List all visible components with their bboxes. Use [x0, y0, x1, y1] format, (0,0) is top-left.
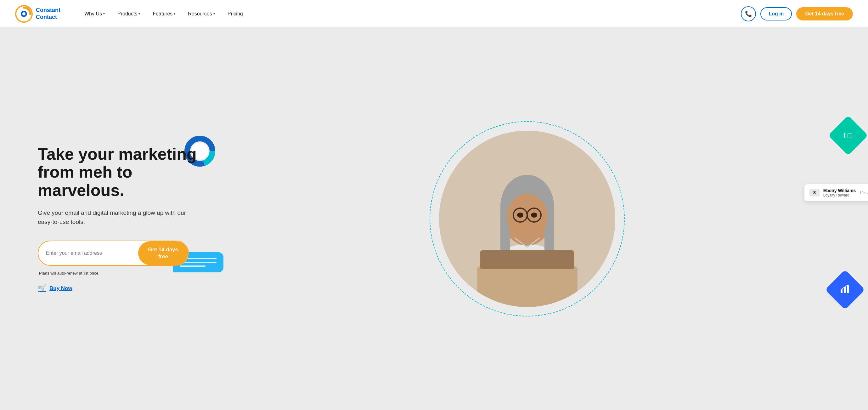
nav-links: Why Us ▾ Products ▾ Features ▾ Resources… — [79, 8, 741, 19]
nav-item-resources[interactable]: Resources ▾ — [183, 8, 220, 19]
social-media-widget: f ◻ — [834, 121, 862, 150]
cart-icon: 🛒 — [38, 284, 46, 293]
logo[interactable]: ConstantContact — [15, 5, 60, 23]
email-icon: ✉ — [809, 189, 819, 197]
social-diamond-shape: f ◻ — [828, 115, 868, 155]
hero-email-form: Get 14 days free — [38, 241, 189, 266]
svg-point-2 — [22, 12, 26, 16]
nav-item-whyus[interactable]: Why Us ▾ — [79, 8, 110, 19]
svg-point-14 — [517, 212, 523, 217]
svg-rect-22 — [844, 287, 846, 293]
logo-text: ConstantContact — [36, 7, 60, 21]
social-icons: f ◻ — [843, 131, 852, 140]
notif-sender-name: Ebony Williams — [823, 188, 856, 193]
email-input[interactable] — [38, 245, 138, 261]
login-button[interactable]: Log in — [761, 7, 792, 21]
svg-rect-21 — [841, 289, 842, 293]
svg-rect-16 — [477, 266, 578, 307]
navbar: ConstantContact Why Us ▾ Products ▾ Feat… — [0, 0, 868, 28]
get-free-trial-nav-button[interactable]: Get 14 days free — [796, 7, 853, 21]
chevron-down-icon: ▾ — [174, 12, 175, 16]
hero-content: Take your marketing from meh to marvelou… — [38, 145, 202, 293]
svg-rect-17 — [480, 250, 575, 269]
phone-icon: 📞 — [745, 10, 752, 17]
chevron-down-icon: ▾ — [103, 12, 105, 16]
analytics-widget — [831, 275, 859, 304]
facebook-icon: f — [843, 131, 845, 140]
hero-subtext: Give your email and digital marketing a … — [38, 208, 202, 227]
nav-actions: 📞 Log in Get 14 days free — [741, 6, 853, 22]
notif-subject: Loyalty Reward — [823, 193, 856, 198]
hero-visual: f ◻ ✉ Ebony Williams Loyalty Reward 12m … — [202, 109, 853, 329]
analytics-diamond-shape — [825, 269, 865, 310]
instagram-icon: ◻ — [847, 131, 853, 140]
get-free-days-button[interactable]: Get 14 days free — [138, 241, 188, 265]
hero-woman-image — [439, 131, 615, 307]
chevron-down-icon: ▾ — [213, 12, 215, 16]
svg-rect-23 — [847, 285, 849, 293]
nav-item-products[interactable]: Products ▾ — [112, 8, 145, 19]
nav-item-pricing[interactable]: Pricing — [222, 8, 248, 19]
notification-card: ✉ Ebony Williams Loyalty Reward 12m ago — [804, 184, 868, 201]
buy-now-link[interactable]: 🛒 Buy Now — [38, 284, 202, 293]
notif-text-area: Ebony Williams Loyalty Reward — [823, 188, 856, 198]
auto-renew-text: Plans will auto-renew at list price. — [39, 271, 202, 275]
notif-timestamp: 12m ago — [860, 191, 868, 195]
notif-card-inner: ✉ Ebony Williams Loyalty Reward 12m ago — [804, 184, 868, 201]
phone-button[interactable]: 📞 — [741, 6, 756, 22]
hero-section: Take your marketing from meh to marvelou… — [0, 28, 868, 410]
logo-icon — [15, 5, 33, 23]
svg-point-15 — [531, 212, 537, 217]
chart-icon — [839, 283, 851, 294]
hero-headline: Take your marketing from meh to marvelou… — [38, 145, 202, 199]
nav-item-features[interactable]: Features ▾ — [148, 8, 180, 19]
woman-illustration — [439, 131, 615, 307]
analytics-icon — [839, 283, 851, 296]
chevron-down-icon: ▾ — [138, 12, 140, 16]
